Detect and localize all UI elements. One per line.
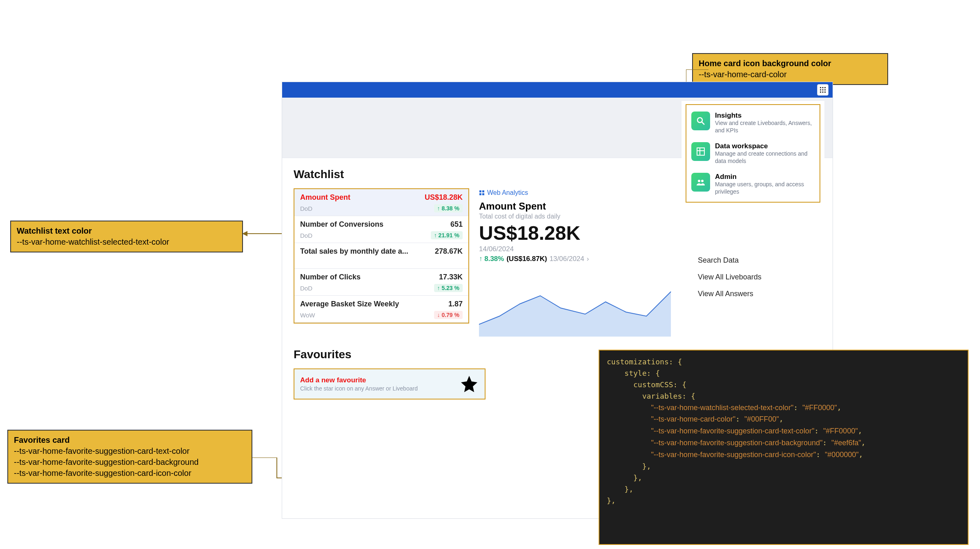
apps-button[interactable] [817,84,829,96]
wl-delta: ↓ 0.79 % [434,311,463,319]
top-bar [282,82,833,98]
wl-value: 651 [450,220,463,229]
compare-delta: ↑ 8.38% [479,255,504,263]
wl-name: Amount Spent [300,193,350,202]
wl-delta: ↑ 8.38 % [434,204,463,212]
svg-point-11 [697,118,702,123]
svg-rect-19 [482,190,484,192]
svg-rect-6 [822,89,824,91]
favourite-card-highlight: Add a new favourite Click the star icon … [294,368,486,399]
callout-sub: --ts-var-home-favorite-suggestion-card-t… [14,446,246,457]
quicklink-view-all-answers[interactable]: View All Answers [698,286,820,302]
quicklink-view-all-liveboards[interactable]: View All Liveboards [698,269,820,286]
favourite-suggestion-card[interactable]: Add a new favourite Click the star icon … [294,369,485,399]
users-icon [691,173,710,192]
svg-rect-21 [482,193,484,195]
quicklinks: Search Data View All Liveboards View All… [698,252,820,302]
svg-rect-20 [479,193,481,195]
breadcrumb-text: Web Analytics [487,189,528,196]
detail-date: 14/06/2024 [479,245,698,253]
card-desc: Manage and create connections and data m… [715,150,815,165]
callout-sub: --ts-var-home-watchlist-selected-text-co… [17,237,236,248]
callout-sub: --ts-var-home-card-color [699,69,882,80]
wl-name: Number of Clicks [300,273,361,281]
card-desc: View and create Liveboards, Answers, and… [715,120,815,134]
code-panel: customizations: { style: { customCSS: { … [599,350,969,545]
wl-delta: ↑ 5.23 % [434,284,463,292]
compare-prev-date: 13/06/2024 [550,255,584,263]
breadcrumb[interactable]: Web Analytics [479,189,698,196]
card-outline-highlight: InsightsView and create Liveboards, Answ… [686,104,820,203]
card-title: Admin [715,173,815,181]
watchlist-item[interactable]: Number of Clicks17.33KDoD↑ 5.23 % [294,269,468,296]
watchlist-detail: Web Analytics Amount Spent Total cost of… [479,188,698,338]
wl-value: 278.67K [435,247,463,256]
svg-rect-3 [822,87,824,88]
wl-period: DoD [300,232,312,239]
detail-value: US$18.28K [479,222,698,244]
star-icon [459,374,479,394]
svg-point-16 [698,180,700,182]
sparkline-chart [479,275,675,337]
svg-rect-10 [824,92,826,93]
home-card-dropdown: InsightsView and create Liveboards, Answ… [682,101,824,206]
svg-rect-9 [822,92,824,93]
search-icon [691,112,710,130]
svg-rect-7 [824,89,826,91]
watchlist-item[interactable]: Number of Conversions651DoD↑ 21.91 % [294,216,468,243]
svg-marker-1 [243,232,247,236]
watchlist-item[interactable]: Average Basket Size Weekly1.87WoW↓ 0.79 … [294,296,468,323]
favourite-desc: Click the star icon on any Answer or Liv… [300,385,418,392]
callout-sub: --ts-var-home-favorite-suggestion-card-i… [14,468,246,479]
quicklink-search-data[interactable]: Search Data [698,252,820,269]
svg-point-17 [701,180,704,182]
callout-home-card: Home card icon background color --ts-var… [692,53,888,85]
wl-name: Average Basket Size Weekly [300,300,399,308]
svg-rect-5 [820,89,821,91]
wl-value: 17.33K [439,273,463,281]
card-insights[interactable]: InsightsView and create Liveboards, Answ… [690,107,816,138]
detail-compare[interactable]: ↑ 8.38% (US$16.87K) 13/06/2024 › [479,255,698,263]
watchlist-item[interactable]: Amount SpentUS$18.28KDoD↑ 8.38 % [294,189,468,216]
favourite-title: Add a new favourite [300,376,418,384]
svg-rect-2 [820,87,821,88]
detail-subtitle: Total cost of digital ads daily [479,213,698,220]
grid-icon [691,142,710,161]
callout-sub: --ts-var-home-favorite-suggestion-card-b… [14,457,246,468]
svg-line-12 [702,122,704,125]
wl-name: Total sales by monthly date a... [300,247,408,256]
wl-period: WoW [300,312,315,319]
svg-rect-4 [824,87,826,88]
liveboard-icon [479,190,485,196]
apps-grid-icon [820,87,826,93]
card-title: Insights [715,112,815,120]
wl-delta: ↑ 21.91 % [431,231,463,239]
card-admin[interactable]: AdminManage users, groups, and access pr… [690,169,816,199]
watchlist-item[interactable]: Total sales by monthly date a...278.67K [294,243,468,269]
card-desc: Manage users, groups, and access privile… [715,181,815,195]
callout-title: Watchlist text color [17,225,236,237]
svg-rect-18 [479,190,481,192]
card-title: Data workspace [715,142,815,150]
card-data-workspace[interactable]: Data workspaceManage and create connecti… [690,138,816,169]
callout-title: Favorites card [14,435,246,446]
svg-rect-13 [697,148,704,155]
detail-title: Amount Spent [479,201,698,212]
wl-value: US$18.28K [425,193,463,202]
wl-period: DoD [300,285,312,292]
wl-name: Number of Conversions [300,220,383,229]
wl-period: DoD [300,205,312,212]
callout-title: Home card icon background color [699,58,882,69]
wl-value: 1.87 [448,300,463,308]
chevron-right-icon: › [587,255,589,263]
watchlist-panel: Amount SpentUS$18.28KDoD↑ 8.38 %Number o… [294,188,469,324]
svg-rect-8 [820,92,821,93]
compare-prev: (US$16.87K) [506,255,547,263]
callout-favorites: Favorites card --ts-var-home-favorite-su… [7,430,252,484]
callout-watchlist: Watchlist text color --ts-var-home-watch… [10,221,243,252]
watchlist-heading: Watchlist [294,168,698,181]
